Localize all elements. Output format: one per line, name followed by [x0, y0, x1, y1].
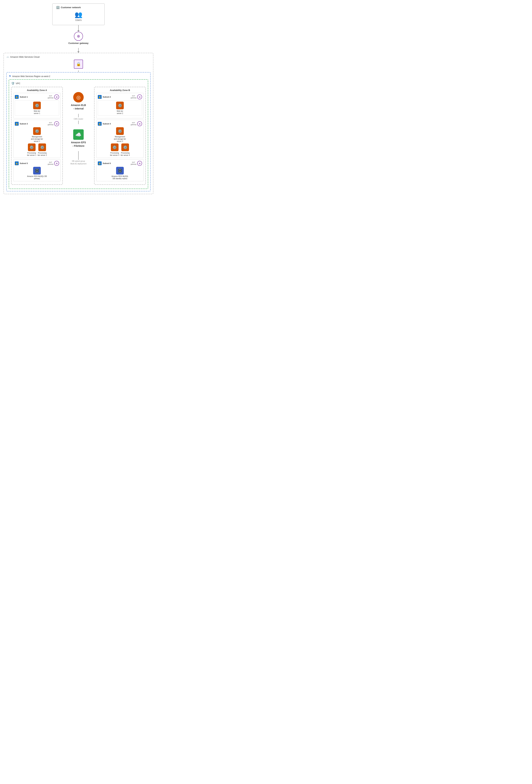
vpn-gateway-icon: 🔒 — [74, 60, 83, 69]
customer-gateway-label: Customer gateway — [3, 42, 153, 45]
multi-az-label: Multi-AZ deployment — [71, 163, 86, 165]
customer-gateway-icon: ⊕ — [74, 32, 83, 41]
az-b-column: Availability Zone B 🔒 Subnet 2 NATgatewa… — [94, 87, 146, 187]
subnet-2-icon: 🔒 — [98, 95, 102, 99]
rds-1-label: Amazon RDS MySQL DB primary — [15, 175, 59, 180]
processing-server-2-icon: ⚙️ — [38, 143, 46, 151]
web-tier-server-2-icon: ⚙️ — [116, 102, 124, 109]
subnet-4-box: 🔒 Subnet 4 NATgateway ⊕ ⚙️ — [96, 120, 144, 158]
customer-network-box: 🏢 Customer network 👥 Users — [52, 3, 105, 25]
subnet-2-header: 🔒 Subnet 2 NATgateway ⊕ — [98, 94, 142, 100]
customer-gateway-box: ⊕ Customer gateway — [3, 32, 153, 45]
processing-servers-row-b: ⚙️ Processing tier server 3 ⚙️ Processin… — [98, 143, 142, 156]
nat-1-text: NATgateway — [48, 95, 54, 99]
cms-cluster-label: CMS cluster — [74, 118, 83, 120]
main-layout: Availability Zone A 🔒 Subnet 1 NATgatewa… — [11, 87, 146, 187]
web-tier-1-box: ⚙️ Web tier server 1 — [15, 101, 59, 116]
nat-4-icon: ⊕ — [137, 121, 142, 126]
arrow-1 — [77, 30, 80, 32]
aws-cloud-box: ☁️ Amazon Web Services Cloud 🔒 ⚑ Amazon … — [3, 53, 153, 194]
subnet-4-label: Subnet 4 — [103, 123, 130, 125]
nat-2-text: NATgateway — [131, 95, 137, 99]
users-label: Users — [56, 19, 101, 22]
connector-1 — [78, 25, 79, 30]
processing-server-1-icon: ⚙️ — [28, 143, 35, 151]
efs-label: Amazon EFS - FileStore — [71, 141, 86, 148]
rds-1-icon: 🗄️ — [33, 167, 41, 174]
customer-network-label: 🏢 Customer network — [56, 5, 101, 9]
web-tier-server-1-label: Web tier server 1 — [16, 110, 58, 114]
processing-server-3-icon: ⚙️ — [111, 143, 118, 151]
center-connector-3 — [78, 151, 79, 160]
subnet-1-header: 🔒 Subnet 1 NATgateway ⊕ — [15, 94, 59, 100]
az-b-label: Availability Zone B — [96, 89, 144, 91]
subnet-3-label: Subnet 3 — [20, 123, 47, 125]
processing-server-1-label: Processing tier server 1 — [27, 152, 36, 156]
mgmt-server-2-icon: ⚙️ — [116, 127, 124, 135]
rds-1-container: 🗄️ Amazon RDS MySQL DB primary — [15, 167, 59, 180]
processing-server-4-icon: ⚙️ — [121, 143, 129, 151]
efs-container: ☁️ Amazon EFS - FileStore — [71, 129, 86, 148]
vpc-box: 🛡️ VPC Availability Zone A 🔒 — [9, 79, 148, 189]
users-icon: 👥 — [56, 11, 101, 18]
nat-3-icon: ⊕ — [54, 121, 59, 126]
aws-cloud-icon: ☁️ — [6, 56, 9, 58]
mgmt-server-2-label: Management and storage tier server 2 — [98, 136, 142, 142]
az-a-column: Availability Zone A 🔒 Subnet 1 NATgatewa… — [11, 87, 63, 187]
arrow-2 — [77, 51, 80, 53]
az-b-box: Availability Zone B 🔒 Subnet 2 NATgatewa… — [94, 87, 146, 185]
center-connector-2 — [78, 121, 79, 124]
nat-1-icon: ⊕ — [54, 94, 59, 100]
center-connector-1 — [78, 114, 79, 117]
nat-6-icon: ⊕ — [137, 161, 142, 166]
nat-4-group: NATgateway ⊕ — [131, 121, 142, 126]
subnet-6-header: 🔒 Subnet 6 NATgateway ⊕ — [98, 161, 142, 166]
processing-server-3-label: Processing tier server 3 — [110, 152, 119, 156]
processing-server-2-container: ⚙️ Processing tier server 2 — [38, 143, 47, 156]
customer-network-text: Customer network — [61, 6, 81, 9]
subnet-1-icon: 🔒 — [15, 95, 19, 99]
aws-cloud-label: ☁️ Amazon Web Services Cloud — [6, 56, 150, 58]
rds-2-label: Amazon RDS MySQL DB standby replica — [98, 175, 142, 180]
vpc-text: VPC — [16, 82, 20, 85]
nat-4-text: NATgateway — [131, 122, 137, 126]
az-a-label: Availability Zone A — [13, 89, 61, 91]
processing-server-2-label: Processing tier server 2 — [38, 152, 47, 156]
nat-2-group: NATgateway ⊕ — [131, 94, 142, 100]
nat-2-icon: ⊕ — [137, 94, 142, 100]
elb-label: Amazon ELB - internal — [71, 104, 86, 110]
subnet-3-box: 🔒 Subnet 3 NATgateway ⊕ ⚙️ — [13, 120, 61, 158]
rds-2-container: 🗄️ Amazon RDS MySQL DB standby replica — [98, 167, 142, 180]
mgmt-server-1-label: Management and storage tier server 1 — [15, 136, 59, 142]
web-tier-server-1-icon: ⚙️ — [33, 102, 41, 109]
connector-2 — [78, 48, 79, 51]
processing-server-3-container: ⚙️ Processing tier server 3 — [110, 143, 119, 156]
az-a-box: Availability Zone A 🔒 Subnet 1 NATgatewa… — [11, 87, 63, 185]
aws-region-text: Amazon Web Services Region us-west-2 — [12, 75, 50, 78]
nat-3-text: NATgateway — [48, 122, 54, 126]
building-icon: 🏢 — [56, 5, 60, 9]
subnet-5-box: 🔒 Subnet 5 NATgateway ⊕ 🗄️ Amazo — [13, 159, 61, 181]
processing-server-4-label: Processing tier server 4 — [121, 152, 130, 156]
center-column: ◎ Amazon ELB - internal CMS cluster ☁️ A… — [63, 87, 94, 165]
subnet-5-icon: 🔒 — [15, 161, 19, 165]
nat-3-group: NATgateway ⊕ — [48, 121, 59, 126]
subnet-6-box: 🔒 Subnet 6 NATgateway ⊕ 🗄️ Amazo — [96, 159, 144, 181]
processing-servers-row-a: ⚙️ Processing tier server 1 ⚙️ Processin… — [15, 143, 59, 156]
rds-2-icon: 🗄️ — [116, 167, 124, 174]
aws-cloud-text: Amazon Web Services Cloud — [10, 56, 39, 58]
vpc-label: 🛡️ VPC — [11, 82, 146, 85]
diagram-container: 🏢 Customer network 👥 Users ⊕ Customer ga… — [3, 3, 153, 194]
subnet-1-label: Subnet 1 — [20, 96, 47, 98]
subnet-3-header: 🔒 Subnet 3 NATgateway ⊕ — [15, 121, 59, 126]
connector-3 — [78, 71, 79, 72]
web-tier-2-box: ⚙️ Web tier server 2 — [98, 101, 142, 116]
elb-container: ◎ Amazon ELB - internal — [71, 92, 86, 110]
web-tier-server-2-label: Web tier server 2 — [99, 110, 141, 114]
subnet-1-box: 🔒 Subnet 1 NATgateway ⊕ ⚙️ Web ti — [13, 93, 61, 118]
nat-6-group: NATgateway ⊕ — [131, 161, 142, 166]
nat-1-group: NATgateway ⊕ — [48, 94, 59, 100]
subnet-4-header: 🔒 Subnet 4 NATgateway ⊕ — [98, 121, 142, 126]
subnet-6-label: Subnet 6 — [103, 162, 130, 164]
mgmt-server-1-container: ⚙️ Management and storage tier server 1 — [15, 127, 59, 142]
